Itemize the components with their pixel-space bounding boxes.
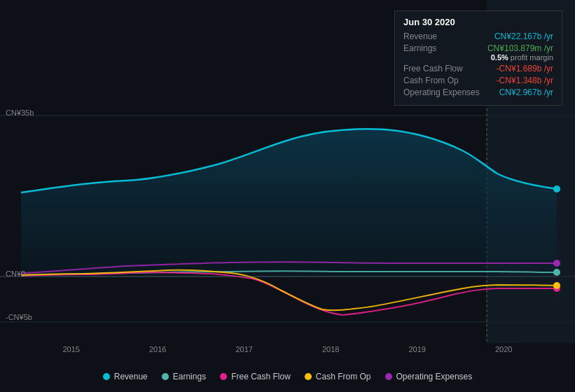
svg-point-6 bbox=[553, 186, 560, 192]
tooltip-label-revenue: Revenue bbox=[403, 31, 437, 41]
tooltip-row-earnings: Earnings CN¥103.879m /yr 0.5% profit mar… bbox=[403, 43, 553, 62]
tooltip-row-revenue: Revenue CN¥22.167b /yr bbox=[403, 31, 553, 41]
x-label-2015: 2015 bbox=[63, 345, 80, 354]
legend-dot-cashfromop bbox=[305, 373, 312, 380]
tooltip-label-fcf: Free Cash Flow bbox=[403, 64, 463, 74]
tooltip-label-opex: Operating Expenses bbox=[403, 88, 480, 97]
tooltip-value-opex: CN¥2.967b /yr bbox=[499, 88, 553, 97]
tooltip-profit-margin: 0.5% profit margin bbox=[487, 53, 553, 62]
svg-point-8 bbox=[553, 269, 560, 276]
legend-earnings[interactable]: Earnings bbox=[162, 372, 206, 382]
tooltip-date: Jun 30 2020 bbox=[403, 17, 553, 27]
x-label-2017: 2017 bbox=[236, 345, 253, 354]
y-label-top: CN¥35b bbox=[6, 108, 34, 117]
tooltip-box: Jun 30 2020 Revenue CN¥22.167b /yr Earni… bbox=[394, 10, 562, 106]
legend-label-earnings: Earnings bbox=[173, 372, 206, 382]
svg-point-10 bbox=[553, 282, 560, 289]
tooltip-value-earnings: CN¥103.879m /yr bbox=[487, 43, 553, 53]
tooltip-label-earnings: Earnings bbox=[403, 43, 436, 53]
tooltip-value-revenue: CN¥22.167b /yr bbox=[494, 31, 553, 41]
svg-point-7 bbox=[553, 260, 560, 267]
tooltip-row-fcf: Free Cash Flow -CN¥1.689b /yr bbox=[403, 64, 553, 74]
x-label-2019: 2019 bbox=[409, 345, 426, 354]
legend-dot-fcf bbox=[220, 373, 227, 380]
legend-label-revenue: Revenue bbox=[114, 372, 148, 382]
tooltip-label-cashfromop: Cash From Op bbox=[403, 76, 459, 85]
legend-cash-from-op[interactable]: Cash From Op bbox=[305, 372, 371, 382]
x-label-2020: 2020 bbox=[495, 345, 512, 354]
legend-label-cashfromop: Cash From Op bbox=[316, 372, 371, 382]
legend-dot-earnings bbox=[162, 373, 169, 380]
legend-dot-revenue bbox=[103, 373, 110, 380]
tooltip-value-fcf: -CN¥1.689b /yr bbox=[497, 64, 553, 74]
x-label-2018: 2018 bbox=[322, 345, 339, 354]
chart-legend: Revenue Earnings Free Cash Flow Cash Fro… bbox=[0, 372, 575, 382]
legend-free-cash-flow[interactable]: Free Cash Flow bbox=[220, 372, 291, 382]
legend-label-opex: Operating Expenses bbox=[396, 372, 473, 382]
legend-label-fcf: Free Cash Flow bbox=[231, 372, 291, 382]
x-label-2016: 2016 bbox=[149, 345, 166, 354]
tooltip-row-opex: Operating Expenses CN¥2.967b /yr bbox=[403, 88, 553, 97]
legend-revenue[interactable]: Revenue bbox=[103, 372, 148, 382]
y-label-zero: CN¥0 bbox=[6, 270, 25, 278]
tooltip-value-cashfromop: -CN¥1.348b /yr bbox=[497, 76, 553, 85]
chart-container: CN¥35b CN¥0 -CN¥5b 2015 2016 2017 2018 2… bbox=[0, 0, 575, 392]
legend-operating-expenses[interactable]: Operating Expenses bbox=[385, 372, 473, 382]
legend-dot-opex bbox=[385, 373, 392, 380]
tooltip-row-cashfromop: Cash From Op -CN¥1.348b /yr bbox=[403, 76, 553, 85]
y-label-negative: -CN¥5b bbox=[6, 313, 32, 321]
